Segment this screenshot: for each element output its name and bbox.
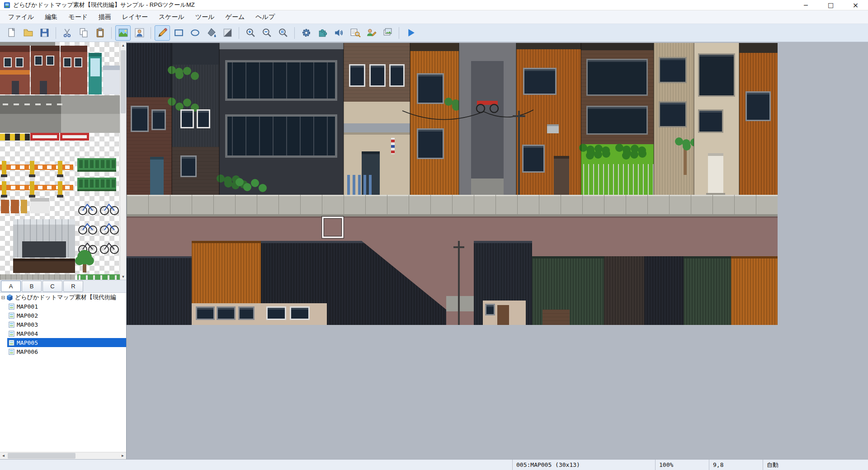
paste-icon [94, 27, 106, 38]
map-canvas[interactable] [127, 43, 778, 325]
scroll-left-icon[interactable]: ◄ [0, 452, 7, 459]
zoom-in-button[interactable] [243, 25, 258, 41]
playtest-button[interactable] [403, 25, 418, 41]
map-mode-icon [118, 27, 129, 38]
ellipse-tool-icon [189, 27, 201, 38]
ellipse-tool-button[interactable] [187, 25, 203, 41]
map-tree-item-map001[interactable]: MAP001 [0, 302, 126, 311]
project-icon [6, 294, 13, 301]
palette-tab-b[interactable]: B [22, 281, 42, 292]
map-icon [8, 312, 15, 319]
resource-manager-button[interactable] [380, 25, 395, 41]
menu-edit[interactable]: 編集 [39, 11, 63, 23]
zoom-out-button[interactable] [259, 25, 274, 41]
palette-tab-r[interactable]: R [63, 281, 83, 292]
map-tree-item-map004[interactable]: MAP004 [0, 329, 126, 338]
tree-scroll-thumb[interactable] [8, 453, 75, 459]
zoom-actual-button[interactable] [275, 25, 291, 41]
tileset-palette-canvas[interactable] [0, 42, 120, 280]
event-mode-icon [134, 27, 145, 38]
palette-tabs: A B C R [0, 280, 126, 293]
zoom-out-icon [261, 27, 273, 38]
menu-draw[interactable]: 描画 [93, 11, 117, 23]
menu-file[interactable]: ファイル [3, 11, 39, 23]
toolbar-separator [151, 27, 151, 39]
paste-button[interactable] [92, 25, 108, 41]
toolbar-separator [399, 27, 399, 39]
copy-button[interactable] [76, 25, 91, 41]
tree-horizontal-scrollbar[interactable]: ◄ ► [0, 452, 126, 459]
shadow-tool-button[interactable] [220, 25, 235, 41]
app-window: どらぴかドットマップ素材【現代街編】サンプル - RPGツクールMZ − □ ×… [0, 0, 868, 470]
scroll-right-icon[interactable]: ► [119, 452, 126, 459]
toolbar [0, 24, 868, 42]
shadow-tool-icon [222, 27, 233, 38]
menu-help[interactable]: ヘルプ [250, 11, 280, 23]
maximize-button[interactable]: □ [818, 0, 843, 10]
scroll-down-icon[interactable]: ▼ [120, 273, 126, 280]
map-icon [8, 339, 15, 346]
palette-tab-c[interactable]: C [42, 281, 62, 292]
map-icon [8, 330, 15, 337]
character-generator-button[interactable] [363, 25, 379, 41]
menu-layer[interactable]: レイヤー [117, 11, 153, 23]
collapse-icon[interactable]: ⊟ [0, 295, 6, 301]
statusbar-mode: 自動 [763, 460, 868, 470]
palette-scroll-thumb[interactable] [121, 50, 126, 113]
palette-vertical-scrollbar[interactable]: ▲ ▼ [120, 42, 126, 280]
map-tree-root-label: どらぴかドットマップ素材【現代街編 [15, 293, 116, 301]
tree-scroll-trough[interactable] [7, 452, 119, 459]
database-button[interactable] [298, 25, 314, 41]
map-item-label: MAP003 [17, 321, 38, 328]
map-tree-item-map005[interactable]: MAP005 [0, 338, 126, 347]
save-button[interactable] [37, 25, 52, 41]
pencil-tool-button[interactable] [155, 25, 170, 41]
palette-scroll-trough[interactable] [120, 48, 126, 273]
cut-button[interactable] [60, 25, 75, 41]
menu-scale[interactable]: スケール [153, 11, 190, 23]
statusbar-zoom: 100% [655, 460, 709, 470]
map-item-label: MAP002 [17, 312, 38, 319]
zoom-in-icon [245, 27, 256, 38]
map-icon [8, 348, 15, 355]
save-icon [39, 27, 50, 38]
menu-tools[interactable]: ツール [190, 11, 220, 23]
map-tree: ⊟ どらぴかドットマップ素材【現代街編 MAP001 MAP002 MAP003… [0, 293, 126, 452]
fill-tool-icon [206, 27, 217, 38]
toolbar-separator [294, 27, 295, 39]
fill-tool-button[interactable] [203, 25, 219, 41]
scroll-up-icon[interactable]: ▲ [120, 42, 126, 48]
map-icon [8, 303, 15, 310]
content: ▲ ▼ A B C R ⊟ どらぴかドットマップ素材【現代街編 [0, 42, 868, 459]
open-folder-button[interactable] [20, 25, 36, 41]
close-button[interactable]: × [843, 0, 868, 10]
plugin-manager-icon [317, 27, 328, 38]
menu-mode[interactable]: モード [63, 11, 93, 23]
zoom-actual-icon [278, 27, 289, 38]
statusbar: 005:MAP005 (30x13) 100% 9,8 自動 [0, 459, 868, 470]
menu-game[interactable]: ゲーム [220, 11, 250, 23]
open-folder-icon [23, 27, 34, 38]
rectangle-tool-icon [173, 27, 184, 38]
map-tree-item-map006[interactable]: MAP006 [0, 347, 126, 356]
toolbar-separator [56, 27, 56, 39]
map-tree-item-map003[interactable]: MAP003 [0, 320, 126, 329]
statusbar-coords: 9,8 [709, 460, 763, 470]
tileset-palette[interactable]: ▲ ▼ [0, 42, 126, 280]
map-item-label: MAP004 [17, 330, 38, 337]
map-editor-area[interactable] [127, 42, 868, 459]
palette-tab-a[interactable]: A [1, 281, 21, 292]
rectangle-tool-button[interactable] [171, 25, 186, 41]
map-mode-button[interactable] [115, 25, 131, 41]
map-tree-item-map002[interactable]: MAP002 [0, 311, 126, 320]
map-tree-root[interactable]: ⊟ どらぴかドットマップ素材【現代街編 [0, 293, 126, 302]
event-mode-button[interactable] [132, 25, 147, 41]
app-icon [4, 2, 10, 9]
window-title: どらぴかドットマップ素材【現代街編】サンプル - RPGツクールMZ [13, 1, 195, 9]
sound-test-button[interactable] [331, 25, 346, 41]
map-icon [8, 321, 15, 328]
plugin-manager-button[interactable] [315, 25, 330, 41]
event-searcher-button[interactable] [347, 25, 363, 41]
minimize-button[interactable]: − [793, 0, 818, 10]
new-file-button[interactable] [4, 25, 19, 41]
